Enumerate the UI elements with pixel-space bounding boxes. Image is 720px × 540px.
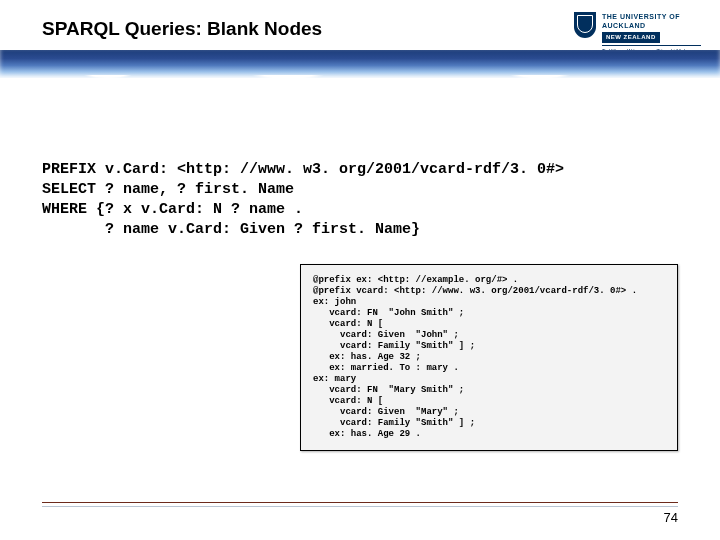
logo-line1: THE UNIVERSITY OF — [602, 12, 701, 21]
sparql-query-block: PREFIX v.Card: <http: //www. w3. org/200… — [42, 160, 678, 240]
slide: SPARQL Queries: Blank Nodes THE UNIVERSI… — [0, 0, 720, 540]
logo-line2: AUCKLAND — [602, 21, 701, 30]
crest-icon — [574, 12, 596, 38]
logo-nz: NEW ZEALAND — [602, 32, 660, 43]
banner-bar — [0, 50, 720, 78]
page-number: 74 — [664, 510, 678, 525]
slide-body: PREFIX v.Card: <http: //www. w3. org/200… — [42, 160, 678, 240]
slide-footer: 74 — [0, 502, 720, 526]
footer-rule-bottom — [42, 506, 678, 507]
turtle-data-box: @prefix ex: <http: //example. org/#> . @… — [300, 264, 678, 451]
footer-rule-top — [42, 502, 678, 503]
slide-header: SPARQL Queries: Blank Nodes THE UNIVERSI… — [0, 0, 720, 78]
turtle-data: @prefix ex: <http: //example. org/#> . @… — [313, 275, 665, 440]
